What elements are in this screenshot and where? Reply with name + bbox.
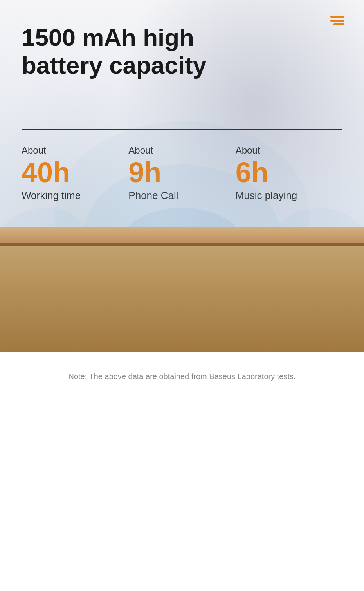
menu-line-2 <box>330 20 344 22</box>
table-top-surface <box>0 227 364 243</box>
headline: 1500 mAh high battery capacity <box>22 23 206 80</box>
menu-icon[interactable] <box>330 16 344 25</box>
table-edge <box>0 243 364 246</box>
top-section: 1500 mAh high battery capacity About 40h… <box>0 0 364 352</box>
page-wrapper: 1500 mAh high battery capacity About 40h… <box>0 0 364 591</box>
menu-line-3 <box>333 23 344 25</box>
menu-line-1 <box>330 16 344 18</box>
note-text: Note: The above data are obtained from B… <box>22 364 342 389</box>
headline-line1: 1500 mAh high <box>22 24 194 51</box>
bottom-section: Note: The above data are obtained from B… <box>0 352 364 401</box>
nightstand-table <box>0 227 364 352</box>
headline-line2: battery capacity <box>22 52 206 79</box>
